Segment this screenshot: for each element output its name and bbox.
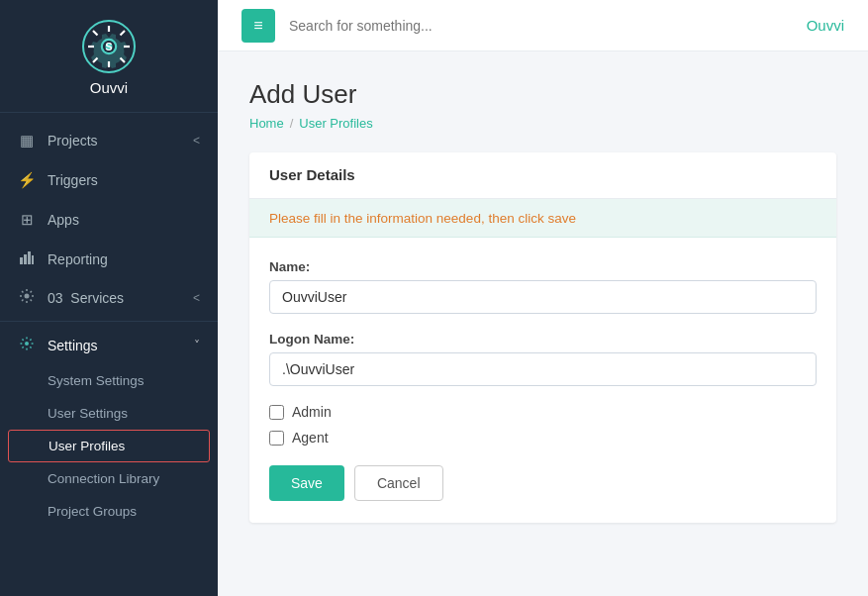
name-label: Name:: [269, 259, 817, 274]
sidebar-item-system-settings[interactable]: System Settings: [0, 364, 218, 397]
sidebar-item-services[interactable]: 03 Services <: [0, 278, 218, 317]
agent-checkbox[interactable]: [269, 431, 284, 446]
triggers-icon: ⚡: [18, 171, 36, 189]
settings-arrow: ˅: [194, 339, 200, 352]
sidebar-item-settings[interactable]: Settings ˅: [0, 326, 218, 364]
page-content: Add User Home / User Profiles User Detai…: [218, 51, 868, 596]
reporting-label: Reporting: [48, 251, 108, 267]
project-groups-label: Project Groups: [48, 504, 137, 519]
system-settings-label: System Settings: [48, 373, 145, 388]
sidebar-item-connection-library[interactable]: Connection Library: [0, 462, 218, 495]
page-title: Add User: [249, 79, 836, 110]
svg-rect-13: [20, 257, 23, 264]
projects-arrow: <: [193, 134, 200, 148]
menu-button[interactable]: ≡: [241, 9, 275, 43]
cancel-button[interactable]: Cancel: [354, 465, 443, 501]
sidebar-item-project-groups[interactable]: Project Groups: [0, 495, 218, 528]
svg-line-8: [121, 31, 126, 36]
sidebar-item-user-profiles[interactable]: User Profiles: [8, 430, 210, 462]
svg-rect-15: [28, 251, 31, 264]
header-username: Ouvvi: [807, 17, 844, 34]
apps-icon: ⊞: [18, 211, 36, 229]
form-actions: Save Cancel: [269, 465, 817, 501]
svg-text:S: S: [105, 41, 112, 52]
projects-label: Projects: [48, 133, 98, 149]
user-settings-label: User Settings: [48, 406, 128, 421]
name-field-group: Name:: [269, 259, 817, 314]
user-profiles-label: User Profiles: [48, 439, 125, 453]
services-arrow: <: [193, 291, 200, 305]
search-input[interactable]: [289, 18, 807, 34]
svg-line-6: [93, 31, 98, 36]
triggers-label: Triggers: [48, 172, 98, 188]
header: ≡ Ouvvi: [218, 0, 868, 51]
breadcrumb-separator: /: [290, 116, 294, 131]
sidebar: S Ouvvi ▦ Projects < ⚡ Triggers ⊞ Apps R…: [0, 0, 218, 596]
sidebar-logo: S Ouvvi: [0, 0, 218, 113]
sidebar-item-projects[interactable]: ▦ Projects <: [0, 121, 218, 160]
sidebar-nav: ▦ Projects < ⚡ Triggers ⊞ Apps Reporting…: [0, 113, 218, 596]
breadcrumb-home[interactable]: Home: [249, 116, 284, 131]
card-notice: Please fill in the information needed, t…: [249, 199, 836, 238]
sidebar-item-reporting[interactable]: Reporting: [0, 240, 218, 278]
logon-input[interactable]: [269, 352, 817, 386]
logo-icon: S: [82, 20, 136, 73]
sidebar-item-apps[interactable]: ⊞ Apps: [0, 200, 218, 240]
sidebar-item-triggers[interactable]: ⚡ Triggers: [0, 160, 218, 200]
agent-checkbox-label: Agent: [292, 430, 329, 446]
admin-checkbox[interactable]: [269, 405, 284, 420]
breadcrumb: Home / User Profiles: [249, 116, 836, 131]
svg-rect-16: [32, 255, 34, 264]
nav-divider: [0, 321, 218, 322]
services-label: 03 Services: [48, 290, 124, 306]
reporting-icon: [18, 250, 36, 267]
card-header-title: User Details: [269, 166, 355, 183]
services-icon: [18, 289, 36, 306]
admin-checkbox-label: Admin: [292, 404, 332, 420]
main-content: ≡ Ouvvi Add User Home / User Profiles Us…: [218, 0, 868, 596]
user-details-card: User Details Please fill in the informat…: [249, 152, 836, 523]
apps-label: Apps: [48, 212, 79, 228]
logon-field-group: Logon Name:: [269, 332, 817, 386]
save-button[interactable]: Save: [269, 465, 344, 501]
connection-library-label: Connection Library: [48, 471, 159, 486]
agent-checkbox-group: Agent: [269, 430, 817, 446]
sidebar-item-user-settings[interactable]: User Settings: [0, 397, 218, 430]
brand-name: Ouvvi: [90, 79, 128, 96]
card-header: User Details: [249, 152, 836, 199]
name-input[interactable]: [269, 280, 817, 314]
admin-checkbox-group: Admin: [269, 404, 817, 420]
svg-point-18: [25, 342, 29, 346]
card-notice-text: Please fill in the information needed, t…: [269, 211, 576, 226]
settings-label: Settings: [48, 338, 98, 353]
projects-icon: ▦: [18, 132, 36, 149]
logon-label: Logon Name:: [269, 332, 817, 347]
svg-point-17: [25, 294, 30, 299]
breadcrumb-current[interactable]: User Profiles: [299, 116, 372, 131]
svg-rect-14: [24, 254, 27, 264]
card-body: Name: Logon Name: Admin Agent Save: [249, 238, 836, 523]
settings-icon: [18, 337, 36, 353]
